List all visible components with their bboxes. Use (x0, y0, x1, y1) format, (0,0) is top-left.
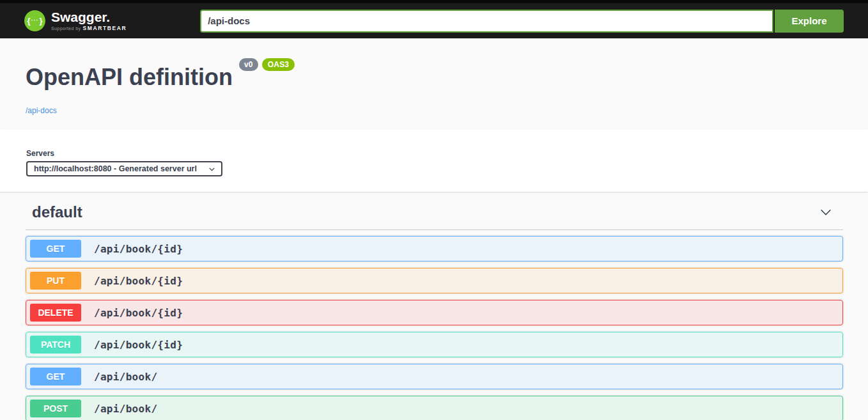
method-badge: PUT (30, 272, 81, 290)
method-badge: DELETE (30, 304, 81, 322)
api-title: OpenAPI definition (26, 66, 233, 89)
operation-path: /api/book/ (94, 371, 157, 383)
tag-section-title: default (32, 203, 82, 221)
spec-url-form: Explore (200, 10, 844, 33)
spec-url-input[interactable] (200, 10, 773, 33)
swagger-ui-page: {···} Swagger. Supported bySMARTBEAR Exp… (0, 0, 868, 420)
chevron-down-icon[interactable] (819, 205, 833, 219)
supported-by-text: Supported bySMARTBEAR (51, 25, 127, 31)
operation-row[interactable]: GET /api/book/{id} (26, 236, 843, 261)
method-badge: POST (30, 400, 81, 417)
swagger-brand-text: Swagger. (51, 10, 127, 24)
topbar: {···} Swagger. Supported bySMARTBEAR Exp… (0, 3, 868, 38)
operations-section: default GET /api/book/{id} PUT /api/book… (0, 192, 868, 420)
tag-section-default[interactable]: default (26, 197, 843, 230)
operation-row[interactable]: DELETE /api/book/{id} (26, 300, 843, 325)
spec-link[interactable]: /api-docs (26, 106, 57, 115)
operation-path: /api/book/{id} (94, 339, 183, 351)
operation-row[interactable]: POST /api/book/ (26, 396, 843, 420)
operation-list: GET /api/book/{id} PUT /api/book/{id} DE… (26, 236, 843, 420)
operation-path: /api/book/{id} (94, 275, 183, 287)
method-badge: PATCH (30, 336, 81, 354)
swagger-logo[interactable]: {···} Swagger. Supported bySMARTBEAR (24, 10, 127, 31)
oas3-badge: OAS3 (262, 58, 295, 71)
operation-path: /api/book/{id} (94, 307, 183, 319)
version-badge: v0 (239, 58, 258, 71)
operation-row[interactable]: PATCH /api/book/{id} (26, 332, 843, 357)
explore-button[interactable]: Explore (775, 10, 844, 33)
method-badge: GET (30, 368, 81, 385)
operation-path: /api/book/{id} (94, 243, 183, 255)
operation-row[interactable]: GET /api/book/ (26, 364, 843, 389)
servers-section: Servers http://localhost:8080 - Generate… (0, 130, 868, 192)
smartbear-text: SMARTBEAR (82, 25, 127, 31)
api-info-section: OpenAPI definitionv0OAS3 /api-docs (0, 38, 868, 130)
selected-server: http://localhost:8080 - Generated server… (34, 164, 197, 173)
operation-path: /api/book/ (94, 403, 157, 415)
chevron-down-icon (208, 165, 216, 173)
page-title: OpenAPI definitionv0OAS3 (26, 66, 842, 89)
operation-row[interactable]: PUT /api/book/{id} (26, 268, 843, 293)
servers-label: Servers (26, 149, 842, 158)
servers-select[interactable]: http://localhost:8080 - Generated server… (26, 161, 222, 176)
curly-braces-icon: {···} (24, 10, 45, 31)
method-badge: GET (30, 240, 81, 258)
